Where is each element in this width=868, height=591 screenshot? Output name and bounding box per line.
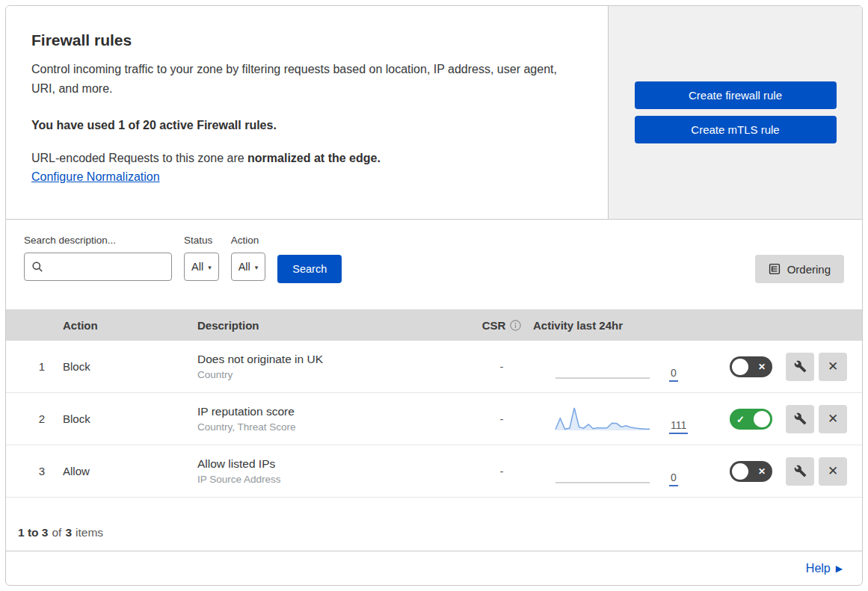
rule-description-title: IP reputation score bbox=[197, 405, 472, 418]
rule-number: 1 bbox=[21, 360, 63, 373]
configure-normalization-link[interactable]: Configure Normalization bbox=[31, 170, 160, 184]
filter-bar: Search description... Status All ▾ Actio… bbox=[6, 220, 862, 309]
info-icon[interactable] bbox=[510, 320, 521, 331]
rule-action: Block bbox=[63, 412, 197, 425]
ordering-button[interactable]: Ordering bbox=[755, 255, 844, 283]
arrow-right-icon: ▶ bbox=[836, 563, 843, 574]
table-row: 3 Allow Allow listed IPs IP Source Addre… bbox=[6, 445, 862, 498]
rule-activity-cell: 111 bbox=[532, 404, 704, 434]
close-icon: ✕ bbox=[828, 463, 838, 479]
rule-action: Block bbox=[63, 360, 197, 373]
delete-rule-button[interactable]: ✕ bbox=[819, 353, 847, 381]
rule-match-fields: Country, Threat Score bbox=[197, 421, 472, 433]
table-row: 2 Block IP reputation score Country, Thr… bbox=[6, 393, 862, 445]
rule-description-title: Does not originate in UK bbox=[197, 353, 472, 366]
intro-card: Firewall rules Control incoming traffic … bbox=[6, 6, 609, 219]
rule-activity-cell: 0 bbox=[532, 352, 704, 382]
rule-number: 3 bbox=[21, 465, 63, 477]
toggle-knob bbox=[732, 463, 748, 480]
action-filter-label: Action bbox=[231, 235, 266, 246]
activity-sparkline bbox=[554, 352, 651, 382]
normalization-line: URL-encoded Requests to this zone are no… bbox=[31, 152, 573, 165]
search-description-label: Search description... bbox=[24, 235, 172, 246]
search-box bbox=[24, 253, 172, 281]
rule-match-fields: IP Source Address bbox=[197, 474, 472, 485]
activity-count-link[interactable]: 0 bbox=[669, 367, 678, 382]
rule-description-title: Allow listed IPs bbox=[197, 457, 472, 471]
rule-csr-value: - bbox=[472, 360, 532, 373]
wrench-icon bbox=[794, 412, 807, 425]
activity-sparkline bbox=[554, 404, 651, 434]
action-filter-dropdown[interactable]: All ▾ bbox=[231, 253, 266, 281]
search-button[interactable]: Search bbox=[277, 255, 342, 283]
x-icon: ✕ bbox=[758, 362, 766, 372]
items-total: 3 bbox=[65, 526, 72, 539]
activity-count-link[interactable]: 111 bbox=[669, 419, 688, 434]
column-header-activity: Activity last 24hr bbox=[532, 319, 704, 332]
chevron-down-icon: ▾ bbox=[255, 264, 259, 271]
search-icon bbox=[31, 261, 43, 273]
rule-number: 2 bbox=[21, 412, 63, 425]
rule-description: IP reputation score Country, Threat Scor… bbox=[197, 405, 472, 433]
rule-enabled-toggle[interactable]: ✓ ✕ bbox=[730, 356, 772, 377]
table-row: 1 Block Does not originate in UK Country… bbox=[6, 341, 862, 393]
firewall-rules-page: Firewall rules Control incoming traffic … bbox=[5, 5, 863, 586]
chevron-down-icon: ▾ bbox=[208, 264, 212, 271]
rule-enabled-toggle[interactable]: ✓ ✕ bbox=[730, 461, 772, 482]
check-icon: ✓ bbox=[736, 413, 745, 424]
activity-count-link[interactable]: 0 bbox=[669, 471, 678, 486]
wrench-icon bbox=[794, 465, 807, 477]
column-header-action: Action bbox=[63, 319, 197, 332]
edit-rule-button[interactable] bbox=[786, 353, 814, 381]
intro-description: Control incoming traffic to your zone by… bbox=[31, 60, 570, 99]
edit-rule-button[interactable] bbox=[786, 405, 814, 433]
close-icon: ✕ bbox=[828, 359, 838, 374]
x-icon: ✕ bbox=[758, 466, 766, 477]
create-firewall-rule-button[interactable]: Create firewall rule bbox=[635, 81, 837, 109]
rule-action: Allow bbox=[63, 465, 197, 477]
help-link[interactable]: Help ▶ bbox=[806, 562, 843, 575]
rules-table-body: 1 Block Does not originate in UK Country… bbox=[6, 341, 862, 498]
toggle-knob bbox=[754, 411, 770, 427]
activity-sparkline bbox=[554, 457, 651, 486]
delete-rule-button[interactable]: ✕ bbox=[819, 457, 847, 486]
pagination-summary: 1 to 3 of 3 items bbox=[6, 498, 862, 551]
items-range: 1 to 3 bbox=[18, 526, 48, 539]
usage-note: You have used 1 of 20 active Firewall ru… bbox=[31, 119, 573, 132]
column-header-csr: CSR bbox=[482, 319, 506, 332]
rule-enabled-toggle[interactable]: ✓ ✕ bbox=[730, 409, 772, 430]
wrench-icon bbox=[794, 360, 807, 373]
status-filter-dropdown[interactable]: All ▾ bbox=[184, 253, 219, 281]
rule-csr-value: - bbox=[472, 412, 532, 425]
top-section: Firewall rules Control incoming traffic … bbox=[6, 6, 862, 220]
toggle-knob bbox=[732, 359, 748, 375]
rule-description: Allow listed IPs IP Source Address bbox=[197, 457, 472, 485]
rule-description: Does not originate in UK Country bbox=[197, 353, 472, 380]
delete-rule-button[interactable]: ✕ bbox=[819, 405, 847, 433]
help-bar: Help ▶ bbox=[6, 551, 862, 585]
close-icon: ✕ bbox=[828, 411, 838, 427]
cta-panel: Create firewall rule Create mTLS rule bbox=[609, 6, 862, 219]
page-title: Firewall rules bbox=[31, 31, 573, 49]
ordering-list-icon bbox=[769, 263, 781, 275]
table-header: Action Description CSR Activity last 24h… bbox=[6, 309, 862, 341]
rule-match-fields: Country bbox=[197, 369, 472, 380]
search-input[interactable] bbox=[24, 253, 172, 281]
rule-csr-value: - bbox=[472, 465, 532, 477]
edit-rule-button[interactable] bbox=[786, 457, 814, 486]
rule-activity-cell: 0 bbox=[532, 457, 704, 486]
column-header-description: Description bbox=[197, 319, 472, 332]
status-filter-label: Status bbox=[184, 235, 219, 246]
create-mtls-rule-button[interactable]: Create mTLS rule bbox=[635, 116, 837, 143]
